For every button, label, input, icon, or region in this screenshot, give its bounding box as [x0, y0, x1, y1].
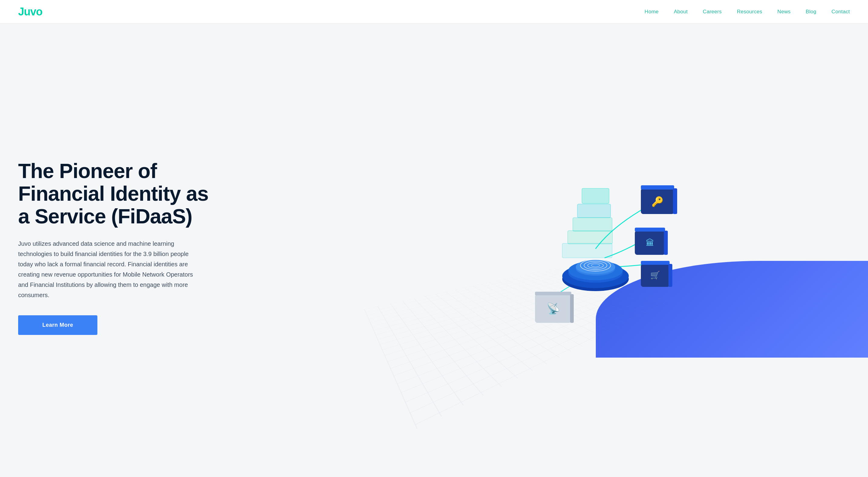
svg-point-28 — [584, 261, 607, 269]
svg-rect-9 — [641, 261, 670, 265]
nav-item-blog[interactable]: Blog — [806, 9, 816, 15]
nav-link-news[interactable]: News — [777, 9, 790, 14]
nav-link-blog[interactable]: Blog — [806, 9, 816, 14]
svg-point-26 — [576, 260, 615, 274]
nav-link-resources[interactable]: Resources — [737, 9, 762, 14]
hero-section: The Pioneer of Financial Identity as a S… — [0, 24, 868, 477]
nav-item-careers[interactable]: Careers — [703, 9, 722, 15]
nav-item-news[interactable]: News — [777, 9, 790, 15]
svg-rect-18 — [573, 218, 612, 231]
nav-link-about[interactable]: About — [674, 9, 688, 14]
svg-point-25 — [576, 261, 615, 276]
hero-illustration: 🔑 🏛 🛒 📡 — [218, 161, 850, 358]
nav-item-about[interactable]: About — [674, 9, 688, 15]
nav-item-home[interactable]: Home — [645, 9, 659, 15]
svg-rect-5 — [635, 228, 665, 231]
hero-title: The Pioneer of Financial Identity as a S… — [18, 160, 218, 227]
main-nav: Juvo Home About Careers Resources News B… — [0, 0, 868, 24]
svg-point-29 — [588, 263, 603, 268]
svg-rect-1 — [641, 185, 674, 190]
svg-rect-17 — [577, 204, 611, 218]
svg-rect-19 — [568, 231, 613, 244]
iso-scene: 🔑 🏛 🛒 📡 — [493, 164, 698, 340]
svg-rect-2 — [673, 188, 677, 214]
svg-point-30 — [591, 264, 600, 267]
svg-point-27 — [580, 260, 611, 271]
learn-more-button[interactable]: Learn More — [18, 315, 97, 335]
svg-rect-6 — [664, 231, 668, 255]
svg-rect-16 — [582, 188, 609, 203]
nav-link-careers[interactable]: Careers — [703, 9, 722, 14]
hero-description: Juvo utilizes advanced data science and … — [18, 238, 193, 300]
svg-rect-4 — [635, 231, 665, 255]
nav-item-contact[interactable]: Contact — [831, 9, 850, 15]
svg-text:🔑: 🔑 — [651, 196, 663, 208]
nav-links: Home About Careers Resources News Blog C… — [645, 9, 850, 15]
nav-item-resources[interactable]: Resources — [737, 9, 762, 15]
logo[interactable]: Juvo — [18, 5, 42, 18]
hero-content-left: The Pioneer of Financial Identity as a S… — [18, 160, 218, 359]
svg-rect-8 — [641, 264, 670, 287]
svg-rect-0 — [641, 188, 674, 214]
nav-link-home[interactable]: Home — [645, 9, 659, 14]
svg-rect-10 — [669, 264, 672, 287]
svg-text:🛒: 🛒 — [650, 270, 660, 280]
nav-link-contact[interactable]: Contact — [831, 9, 850, 14]
svg-rect-20 — [562, 243, 612, 258]
svg-text:🏛: 🏛 — [646, 238, 654, 248]
